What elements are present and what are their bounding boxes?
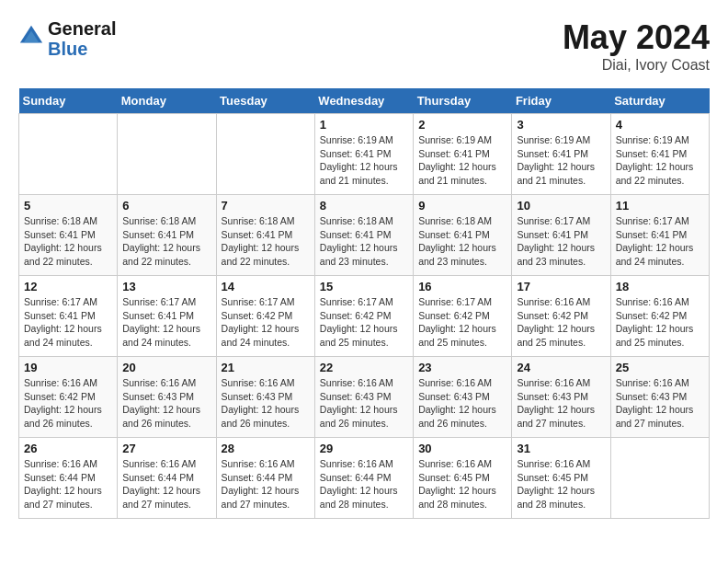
day-number: 4 (616, 118, 704, 132)
day-info: Sunrise: 6:16 AMSunset: 6:43 PMDaylight:… (418, 376, 506, 431)
day-info: Sunrise: 6:17 AMSunset: 6:41 PMDaylight:… (616, 214, 704, 269)
day-number: 22 (320, 361, 408, 374)
calendar: SundayMondayTuesdayWednesdayThursdayFrid… (18, 88, 710, 519)
day-number: 26 (24, 442, 112, 455)
calendar-cell: 15Sunrise: 6:17 AMSunset: 6:42 PMDayligh… (314, 276, 413, 357)
day-info: Sunrise: 6:17 AMSunset: 6:41 PMDaylight:… (517, 214, 605, 269)
day-info: Sunrise: 6:17 AMSunset: 6:42 PMDaylight:… (418, 295, 506, 350)
day-number: 20 (122, 361, 210, 374)
day-number: 5 (24, 199, 112, 213)
day-number: 11 (616, 199, 704, 213)
calendar-cell (610, 438, 709, 519)
day-info: Sunrise: 6:16 AMSunset: 6:42 PMDaylight:… (616, 295, 704, 350)
title-area: May 2024 Diai, Ivory Coast (563, 18, 710, 74)
calendar-cell: 10Sunrise: 6:17 AMSunset: 6:41 PMDayligh… (512, 195, 610, 276)
calendar-cell: 20Sunrise: 6:16 AMSunset: 6:43 PMDayligh… (118, 357, 216, 438)
logo-icon (18, 24, 44, 50)
weekday-header-friday: Friday (512, 88, 610, 114)
calendar-cell: 25Sunrise: 6:16 AMSunset: 6:43 PMDayligh… (610, 357, 709, 438)
calendar-cell: 5Sunrise: 6:18 AMSunset: 6:41 PMDaylight… (19, 195, 118, 276)
day-number: 3 (517, 118, 605, 132)
day-info: Sunrise: 6:18 AMSunset: 6:41 PMDaylight:… (122, 214, 210, 269)
calendar-cell: 8Sunrise: 6:18 AMSunset: 6:41 PMDaylight… (314, 195, 413, 276)
day-number: 27 (122, 442, 210, 455)
weekday-header-sunday: Sunday (19, 88, 118, 114)
day-number: 24 (517, 361, 605, 374)
day-info: Sunrise: 6:18 AMSunset: 6:41 PMDaylight:… (222, 214, 310, 269)
day-number: 14 (222, 280, 310, 293)
calendar-cell: 4Sunrise: 6:19 AMSunset: 6:41 PMDaylight… (610, 114, 709, 195)
calendar-cell (118, 114, 216, 195)
calendar-cell: 16Sunrise: 6:17 AMSunset: 6:42 PMDayligh… (414, 276, 512, 357)
day-info: Sunrise: 6:16 AMSunset: 6:44 PMDaylight:… (122, 457, 210, 511)
day-info: Sunrise: 6:16 AMSunset: 6:42 PMDaylight:… (24, 376, 112, 431)
calendar-cell: 11Sunrise: 6:17 AMSunset: 6:41 PMDayligh… (610, 195, 709, 276)
logo-text-line2: Blue (48, 39, 116, 59)
day-number: 1 (320, 118, 408, 132)
day-info: Sunrise: 6:16 AMSunset: 6:43 PMDaylight:… (122, 376, 210, 431)
week-row-3: 19Sunrise: 6:16 AMSunset: 6:42 PMDayligh… (19, 357, 710, 438)
calendar-cell: 31Sunrise: 6:16 AMSunset: 6:45 PMDayligh… (512, 438, 610, 519)
calendar-cell (216, 114, 314, 195)
calendar-cell: 26Sunrise: 6:16 AMSunset: 6:44 PMDayligh… (19, 438, 118, 519)
header: General Blue May 2024 Diai, Ivory Coast (18, 18, 710, 74)
day-info: Sunrise: 6:16 AMSunset: 6:43 PMDaylight:… (222, 376, 310, 431)
calendar-cell: 22Sunrise: 6:16 AMSunset: 6:43 PMDayligh… (314, 357, 413, 438)
weekday-header-monday: Monday (118, 88, 216, 114)
calendar-cell: 30Sunrise: 6:16 AMSunset: 6:45 PMDayligh… (414, 438, 512, 519)
day-number: 23 (418, 361, 506, 374)
day-info: Sunrise: 6:16 AMSunset: 6:43 PMDaylight:… (320, 376, 408, 431)
day-info: Sunrise: 6:19 AMSunset: 6:41 PMDaylight:… (418, 133, 506, 188)
weekday-header-wednesday: Wednesday (314, 88, 413, 114)
calendar-cell: 19Sunrise: 6:16 AMSunset: 6:42 PMDayligh… (19, 357, 118, 438)
calendar-cell: 7Sunrise: 6:18 AMSunset: 6:41 PMDaylight… (216, 195, 314, 276)
calendar-cell: 14Sunrise: 6:17 AMSunset: 6:42 PMDayligh… (216, 276, 314, 357)
logo-text-line1: General (48, 18, 116, 39)
day-number: 15 (320, 280, 408, 293)
day-info: Sunrise: 6:18 AMSunset: 6:41 PMDaylight:… (418, 214, 506, 269)
calendar-cell: 21Sunrise: 6:16 AMSunset: 6:43 PMDayligh… (216, 357, 314, 438)
day-number: 16 (418, 280, 506, 293)
calendar-cell: 28Sunrise: 6:16 AMSunset: 6:44 PMDayligh… (216, 438, 314, 519)
calendar-cell: 24Sunrise: 6:16 AMSunset: 6:43 PMDayligh… (512, 357, 610, 438)
day-number: 13 (122, 280, 210, 293)
location: Diai, Ivory Coast (563, 57, 710, 74)
calendar-cell: 17Sunrise: 6:16 AMSunset: 6:42 PMDayligh… (512, 276, 610, 357)
day-number: 2 (418, 118, 506, 132)
day-info: Sunrise: 6:17 AMSunset: 6:42 PMDaylight:… (320, 295, 408, 350)
day-info: Sunrise: 6:16 AMSunset: 6:44 PMDaylight:… (222, 457, 310, 511)
weekday-header-thursday: Thursday (414, 88, 512, 114)
calendar-cell: 6Sunrise: 6:18 AMSunset: 6:41 PMDaylight… (118, 195, 216, 276)
day-info: Sunrise: 6:19 AMSunset: 6:41 PMDaylight:… (616, 133, 704, 188)
day-number: 10 (517, 199, 605, 213)
calendar-cell: 9Sunrise: 6:18 AMSunset: 6:41 PMDaylight… (414, 195, 512, 276)
day-info: Sunrise: 6:16 AMSunset: 6:44 PMDaylight:… (320, 457, 408, 511)
weekday-header-saturday: Saturday (610, 88, 709, 114)
week-row-2: 12Sunrise: 6:17 AMSunset: 6:41 PMDayligh… (19, 276, 710, 357)
day-info: Sunrise: 6:16 AMSunset: 6:45 PMDaylight:… (418, 457, 506, 511)
calendar-cell: 27Sunrise: 6:16 AMSunset: 6:44 PMDayligh… (118, 438, 216, 519)
week-row-1: 5Sunrise: 6:18 AMSunset: 6:41 PMDaylight… (19, 195, 710, 276)
day-number: 31 (517, 442, 605, 455)
day-number: 19 (24, 361, 112, 374)
day-number: 7 (222, 199, 310, 213)
calendar-cell: 2Sunrise: 6:19 AMSunset: 6:41 PMDaylight… (414, 114, 512, 195)
calendar-cell: 12Sunrise: 6:17 AMSunset: 6:41 PMDayligh… (19, 276, 118, 357)
calendar-cell: 3Sunrise: 6:19 AMSunset: 6:41 PMDaylight… (512, 114, 610, 195)
calendar-cell: 23Sunrise: 6:16 AMSunset: 6:43 PMDayligh… (414, 357, 512, 438)
day-info: Sunrise: 6:19 AMSunset: 6:41 PMDaylight:… (517, 133, 605, 188)
day-number: 17 (517, 280, 605, 293)
day-number: 21 (222, 361, 310, 374)
day-number: 8 (320, 199, 408, 213)
calendar-cell: 13Sunrise: 6:17 AMSunset: 6:41 PMDayligh… (118, 276, 216, 357)
day-info: Sunrise: 6:18 AMSunset: 6:41 PMDaylight:… (24, 214, 112, 269)
day-info: Sunrise: 6:16 AMSunset: 6:45 PMDaylight:… (517, 457, 605, 511)
day-info: Sunrise: 6:16 AMSunset: 6:44 PMDaylight:… (24, 457, 112, 511)
week-row-4: 26Sunrise: 6:16 AMSunset: 6:44 PMDayligh… (19, 438, 710, 519)
month-title: May 2024 (563, 18, 710, 57)
day-number: 12 (24, 280, 112, 293)
day-info: Sunrise: 6:17 AMSunset: 6:42 PMDaylight:… (222, 295, 310, 350)
calendar-cell: 18Sunrise: 6:16 AMSunset: 6:42 PMDayligh… (610, 276, 709, 357)
day-info: Sunrise: 6:16 AMSunset: 6:42 PMDaylight:… (517, 295, 605, 350)
week-row-0: 1Sunrise: 6:19 AMSunset: 6:41 PMDaylight… (19, 114, 710, 195)
